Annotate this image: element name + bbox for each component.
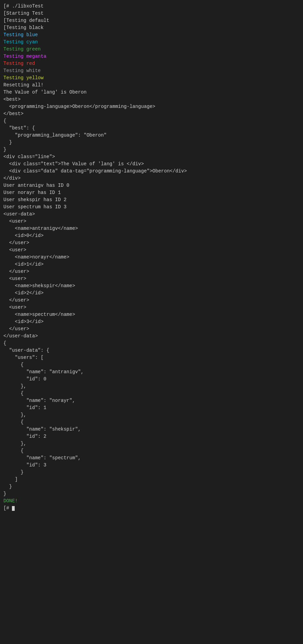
line-json2-u4-id: "id": 3 <box>3 462 300 469</box>
terminal-output: [# ./libxoTest[Starting Test[Testing def… <box>3 3 300 512</box>
line-done: DONE! <box>3 498 300 505</box>
line-json2-u3-id: "id": 2 <box>3 433 300 440</box>
line-testing-blue: Testing blue <box>3 31 300 39</box>
line-user0: User antranigv has ID 0 <box>3 182 300 189</box>
line-testing-default: [Testing default <box>3 17 300 24</box>
line-user-id-4: <id>3</id> <box>3 318 300 325</box>
line-userdata-close: </user-data> <box>3 333 300 340</box>
line-starting: [Starting Test <box>3 10 300 17</box>
line-testing-green: Testing green <box>3 46 300 53</box>
line-user-close-1: </user> <box>3 239 300 247</box>
line-json2-u1-close: }, <box>3 383 300 390</box>
line-div-close: </div> <box>3 175 300 182</box>
line-json2-arr-close: ] <box>3 476 300 483</box>
line-user-open-4: <user> <box>3 304 300 311</box>
line-div-open: <div class="line"> <box>3 153 300 160</box>
line-json2-u3-close: }, <box>3 440 300 447</box>
line-value-lang: The Value of 'lang' is Oberon <box>3 89 300 96</box>
line-testing-red: Testing red <box>3 60 300 67</box>
line-testing-cyan: Testing cyan <box>3 39 300 46</box>
line-user-id-2: <id>1</id> <box>3 261 300 268</box>
line-json2-u3-open: { <box>3 419 300 426</box>
line-div-data: <div class="data" data-tag="programming-… <box>3 168 300 175</box>
line-user-id-1: <id>0</id> <box>3 232 300 239</box>
line-json2-u1-id: "id": 0 <box>3 376 300 383</box>
line-resetting: Resetting all! <box>3 82 300 89</box>
line-json2-close: } <box>3 490 300 498</box>
line-user-name-4: <name>spectrum</name> <box>3 311 300 318</box>
line-json2-u3-name: "name": "shekspir", <box>3 426 300 433</box>
line-json2-u4-name: "name": "spectrum", <box>3 454 300 462</box>
line-user-id-3: <id>2</id> <box>3 290 300 297</box>
line-testing-white: Testing white <box>3 67 300 74</box>
line-testing-yellow: Testing yellow <box>3 74 300 82</box>
line-user3: User spectrum has ID 3 <box>3 204 300 211</box>
line-best-open: <best> <box>3 96 300 103</box>
line-json2-u2-open: { <box>3 390 300 397</box>
line-user-name-1: <name>antranigv</name> <box>3 225 300 232</box>
line-user-name-2: <name>norayr</name> <box>3 254 300 261</box>
line-json2-u1-name: "name": "antranigv", <box>3 368 300 376</box>
line-div-text: <div class="text">The Value of 'lang' is… <box>3 160 300 168</box>
line-user-open-2: <user> <box>3 247 300 254</box>
line-user2: User shekspir has ID 2 <box>3 196 300 204</box>
line-json2-open: { <box>3 340 300 347</box>
line-json-best: "best": { <box>3 125 300 132</box>
line-json-inner-close: } <box>3 139 300 146</box>
line-json2-u2-id: "id": 1 <box>3 404 300 411</box>
line-json2-users: "users": [ <box>3 354 300 361</box>
line-best-pl: <programming-language>Oberon</programmin… <box>3 103 300 110</box>
line-testing-black: [Testing black <box>3 24 300 31</box>
line-json2-u2-name: "name": "norayr", <box>3 397 300 404</box>
line-best-close: </best> <box>3 110 300 117</box>
line-testing-magenta: Testing meganta <box>3 53 300 60</box>
line-prompt: [# <box>3 505 300 512</box>
line-user-close-3: </user> <box>3 297 300 304</box>
line-user-open-3: <user> <box>3 275 300 282</box>
line-user-close-4: </user> <box>3 325 300 333</box>
line-json-pl: "programming_language": "Oberon" <box>3 132 300 139</box>
line-json2-u4-close: } <box>3 469 300 476</box>
line-user-close-2: </user> <box>3 268 300 275</box>
line-json-open: { <box>3 117 300 125</box>
line-json-close: } <box>3 146 300 153</box>
line-user-open-1: <user> <box>3 218 300 225</box>
line-json2-u1-open: { <box>3 361 300 368</box>
line-json2-ud-close: } <box>3 483 300 490</box>
line-json2-u4-open: { <box>3 447 300 454</box>
line-json2-u2-close: }, <box>3 411 300 419</box>
line-json2-ud: "user-data": { <box>3 347 300 354</box>
line-user-name-3: <name>shekspir</name> <box>3 282 300 290</box>
line-user1: User norayr has ID 1 <box>3 189 300 196</box>
terminal-cursor <box>12 506 15 511</box>
line-userdata-open: <user-data> <box>3 211 300 218</box>
line-libxo: [# ./libxoTest <box>3 3 300 10</box>
